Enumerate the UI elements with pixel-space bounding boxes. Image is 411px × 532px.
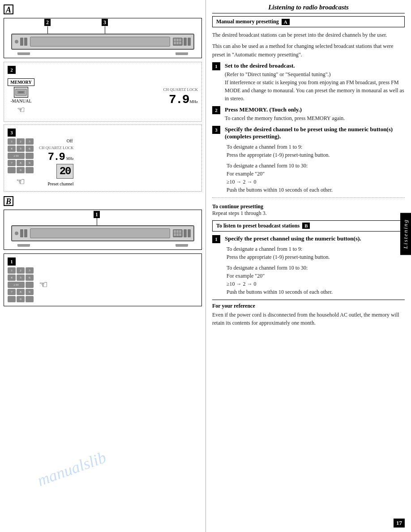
section-b-container: B (4, 196, 202, 208)
right-panel: Listening to radio broadcasts Manual mem… (206, 0, 411, 532)
section-a-label: A (4, 4, 202, 16)
manual-memory-section-header: Manual memory presetting A (212, 16, 405, 27)
listening-side-tab: Listening (400, 213, 411, 255)
freq-unit: MHz (190, 99, 198, 104)
continue-title: To continue presetting (212, 203, 405, 210)
preset-section-badge: B (302, 223, 310, 229)
reference-box: For your reference Even if the power cor… (212, 300, 405, 327)
preset-freq-display: 20 (60, 165, 71, 177)
preset-s1-d2-ex: For example "20" (227, 272, 405, 280)
page-number: 17 (394, 519, 405, 528)
preset-section-header: To listen to preset broadcast stations B (212, 220, 405, 232)
preset-channel-label: Preset channel (47, 181, 73, 186)
svg-rect-2 (18, 91, 24, 93)
step-3-badge: 3 (212, 126, 220, 134)
manual-label: -MANUAL (10, 99, 31, 103)
preset-step-1-title: Specify the preset channel using the num… (225, 235, 405, 242)
ch-quartz-label: CH QUARTZ LOCK (163, 87, 198, 92)
step-1-row: 1 Set to the desired broadcast. (Refer t… (212, 62, 405, 103)
preset-s1-d2-seq: ≥10 → 2 → 0 (227, 280, 405, 288)
preset-s1-d2-body: Push the buttons within 10 seconds of ea… (227, 288, 405, 296)
step-1-content: Set to the desired broadcast. (Refer to … (225, 62, 405, 103)
step-3-d1-body: Press the appropriate (1-9) preset-tunin… (227, 151, 405, 159)
freq-display: 7.9 (169, 93, 188, 107)
keypad: 123 456 ≥10 789 0 (8, 138, 34, 173)
memory-label: MEMORY (8, 78, 34, 86)
step-2-detail: To cancel the memory function, press MEM… (225, 114, 405, 122)
step-2-badge: 2 (212, 106, 220, 114)
section-b-label: B (4, 196, 13, 206)
manual-memory-title: Manual memory presetting (216, 18, 279, 25)
preset-step-1-content: Specify the preset channel using the num… (225, 235, 405, 296)
step-2-title: Press MEMORY. (Touch only.) (225, 106, 405, 113)
step-3-row: 3 Specify the desired channel to be pres… (212, 126, 405, 194)
step-3-d2-title: To designate a channel form 10 to 30: (227, 162, 405, 170)
step2-diagram: 2 MEMORY -MANUAL ☞ CH QUARTZ LOCK (4, 62, 202, 122)
step-3-d2-body: Push the buttons within 10 seconds of ea… (227, 186, 405, 194)
preset-section-title: To listen to preset broadcast stations (216, 223, 300, 229)
step-1-sub: (Refer to "Direct tuning" or "Sequential… (225, 70, 405, 78)
step-1-detail: If interference or static is keeping you… (225, 78, 405, 103)
step-1-badge: 1 (212, 62, 220, 70)
off-label: Off (67, 138, 73, 143)
dotted-separator (212, 197, 405, 198)
section-b-step1-diagram: 1 123 456 ≥10 789 0 ☞ (4, 253, 202, 306)
preset-step-1-badge: 1 (212, 235, 220, 243)
step-1-title: Set to the desired broadcast. (225, 62, 405, 69)
step-3-content: Specify the desired channel to be preset… (225, 126, 405, 194)
continue-body: Repeat steps 1 through 3. (212, 210, 405, 217)
step-3-d2-ex: For example "20" (227, 170, 405, 178)
hand-cursor-icon3: ☞ (39, 279, 48, 291)
keypad-b: 123 456 ≥10 789 0 (8, 267, 34, 302)
info-para-2: This can also be used as a method for ch… (212, 42, 405, 59)
hand-cursor-icon2: ☞ (16, 176, 25, 188)
preset-s1-d2-title: To designate a channel form 10 to 30: (227, 264, 405, 272)
freq-display3: 7.9 (48, 151, 64, 163)
tuner-device-diagram-a: 2 3 (4, 18, 202, 58)
watermark: manualslib (35, 448, 109, 490)
step-2-row: 2 Press MEMORY. (Touch only.) To cancel … (212, 106, 405, 122)
step-3-d2-seq: ≥10 → 2 → 0 (227, 178, 405, 186)
continue-presetting-box: To continue presetting Repeat steps 1 th… (212, 202, 405, 217)
ch-quartz-label3: CH QUARTZ LOCK (39, 146, 73, 150)
step-3-d1-title: To designate a channel from 1 to 9: (227, 143, 405, 151)
memory-icon (14, 87, 28, 98)
step-3-title: Specify the desired channel to be preset… (225, 126, 405, 140)
tuner-device-diagram-b: 1 (4, 210, 202, 250)
info-para-1: The desired broadcast stations can be pr… (212, 31, 405, 39)
memory-panel: MEMORY -MANUAL ☞ CH QUARTZ LOCK 7.9 MHz (8, 76, 198, 118)
reference-body: Even if the power cord is disconnected f… (212, 311, 405, 327)
step3-diagram: 3 123 456 ≥10 789 0 ☞ Off CH QUARTZ LOCK… (4, 124, 202, 192)
manual-memory-badge: A (282, 19, 290, 25)
hand-cursor-icon: ☞ (17, 104, 25, 115)
preset-s1-d1-title: To designate a channel from 1 to 9: (227, 245, 405, 253)
preset-s1-d1-body: Press the appropriate (1-9) preset-tunin… (227, 253, 405, 261)
left-panel: A 2 3 (0, 0, 206, 532)
page-title: Listening to radio broadcasts (212, 4, 405, 13)
preset-step-1-row: 1 Specify the preset channel using the n… (212, 235, 405, 296)
reference-title: For your reference (212, 303, 405, 309)
step-2-content: Press MEMORY. (Touch only.) To cancel th… (225, 106, 405, 122)
